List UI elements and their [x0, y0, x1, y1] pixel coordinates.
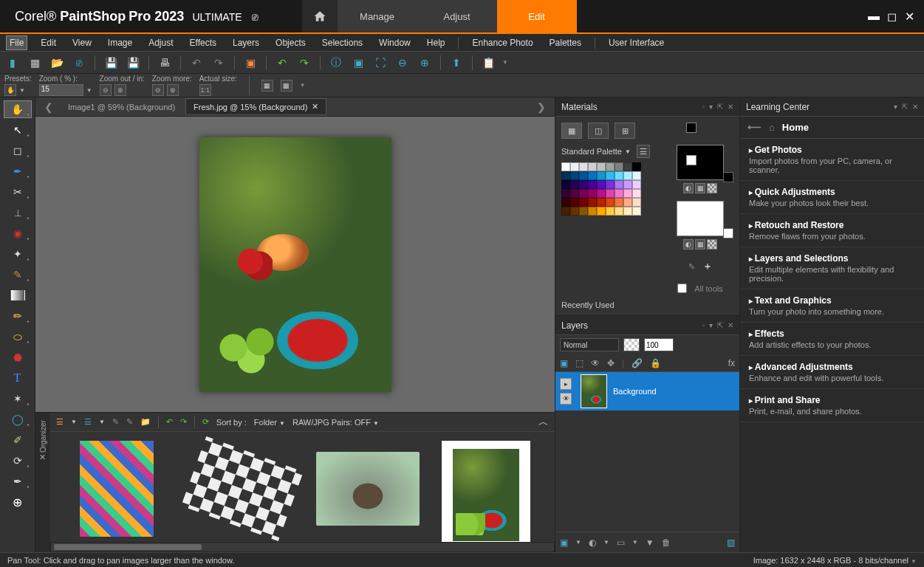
menu-icon[interactable]: ▾: [709, 103, 713, 111]
palette-opts-icon[interactable]: ☰: [637, 145, 650, 158]
color-swatch[interactable]: [579, 198, 588, 207]
canvas[interactable]: [35, 117, 555, 412]
color-swatch[interactable]: [623, 189, 632, 198]
menu-file[interactable]: File: [6, 35, 27, 50]
add-layer-icon[interactable]: ▣: [560, 537, 568, 548]
color-swatch[interactable]: [597, 180, 606, 189]
grid-icon-2[interactable]: ▩: [281, 80, 292, 92]
zoom-in-icon[interactable]: ⊕: [417, 55, 433, 71]
color-swatch[interactable]: [632, 180, 641, 189]
color-swatch[interactable]: [561, 180, 570, 189]
menu-layers[interactable]: Layers: [230, 36, 262, 49]
pin-icon[interactable]: ⇱: [717, 103, 723, 111]
dropdown-icon[interactable]: ▼: [300, 82, 306, 89]
dropdown-icon[interactable]: ▼: [632, 539, 638, 546]
link-icon[interactable]: 🔗: [632, 358, 643, 368]
rev-icon[interactable]: ◐: [683, 239, 694, 250]
fit-window-icon[interactable]: ▣: [350, 55, 366, 71]
thumbnail-4[interactable]: [442, 441, 530, 542]
close-icon[interactable]: ✕: [728, 103, 733, 111]
minimize-button[interactable]: ▬: [868, 10, 880, 22]
color-swatch[interactable]: [623, 162, 632, 171]
trans-icon[interactable]: [707, 239, 717, 250]
dropdown-icon[interactable]: ▼: [71, 419, 77, 425]
pen-tool[interactable]: ✐: [4, 431, 32, 449]
color-swatch[interactable]: [632, 207, 641, 216]
selection-tool[interactable]: ◻▸: [4, 142, 32, 159]
resize-icon[interactable]: ▣: [242, 55, 259, 71]
move-icon[interactable]: ✥: [607, 358, 615, 368]
color-swatch[interactable]: [570, 171, 579, 180]
brush-icon[interactable]: ✎: [112, 417, 119, 427]
menu-selections[interactable]: Selections: [319, 36, 366, 49]
wand-icon[interactable]: ✎: [688, 262, 695, 272]
learning-header[interactable]: Learning Center ▾⇱✕: [740, 97, 924, 117]
close-button[interactable]: ✕: [903, 10, 915, 22]
float-icon[interactable]: ▫: [702, 321, 705, 329]
redo-icon[interactable]: ↷: [180, 417, 187, 427]
pin-icon[interactable]: ⇱: [902, 103, 908, 111]
foreground-swatch[interactable]: [677, 145, 724, 180]
tab-home[interactable]: [302, 0, 338, 32]
upload-icon[interactable]: ⬆: [448, 55, 465, 71]
color-swatch[interactable]: [606, 198, 615, 207]
zoom-in-more-button[interactable]: ⊕: [167, 84, 179, 96]
dropdown-icon[interactable]: ▼: [99, 419, 105, 425]
color-swatch[interactable]: [597, 189, 606, 198]
null-icon[interactable]: ▦: [695, 183, 705, 193]
zoom-input[interactable]: 15: [39, 84, 83, 96]
color-swatch[interactable]: [588, 198, 597, 207]
menu-view[interactable]: View: [69, 36, 95, 49]
redo-green-icon[interactable]: ↷: [296, 55, 312, 71]
color-swatch[interactable]: [597, 162, 606, 171]
learning-section[interactable]: EffectsAdd artistic effects to your phot…: [740, 323, 924, 356]
float-icon[interactable]: ▫: [702, 103, 705, 111]
color-swatch[interactable]: [606, 180, 615, 189]
dropdown-icon[interactable]: ▼: [502, 59, 508, 66]
menu-window[interactable]: Window: [376, 36, 414, 49]
straighten-tool[interactable]: ⟂▸: [4, 204, 32, 221]
color-swatch[interactable]: [570, 207, 579, 216]
undo-green-icon[interactable]: ↶: [274, 55, 290, 71]
info-icon[interactable]: ⓘ: [328, 55, 344, 71]
frame-icon[interactable]: ⊞: [615, 123, 635, 139]
color-swatch[interactable]: [606, 162, 615, 171]
saveas-icon[interactable]: 💾: [125, 55, 141, 71]
print-icon[interactable]: 🖶: [157, 55, 173, 71]
all-tools-checkbox[interactable]: [677, 284, 687, 293]
dropdown-icon[interactable]: ▼: [86, 87, 92, 94]
zoom-out-more-button[interactable]: ⊖: [152, 84, 164, 96]
swatch-view-icon[interactable]: ▦: [561, 123, 582, 139]
color-swatch[interactable]: [632, 198, 641, 207]
mini-bg[interactable]: [686, 155, 697, 165]
effects-icon[interactable]: fx: [728, 358, 735, 368]
rev-icon[interactable]: ◐: [683, 183, 694, 193]
color-swatch[interactable]: [561, 207, 570, 216]
layer-expand-icon[interactable]: ▸: [560, 378, 572, 390]
color-swatch[interactable]: [588, 180, 597, 189]
color-swatch[interactable]: [579, 162, 588, 171]
color-swatch[interactable]: [615, 162, 623, 171]
color-swatch[interactable]: [561, 171, 570, 180]
document-tab-2[interactable]: Fresh.jpg @ 15% (Background)✕: [185, 98, 326, 115]
crop-tool[interactable]: ✂▸: [4, 183, 32, 201]
color-swatch[interactable]: [615, 189, 623, 198]
color-swatch[interactable]: [570, 189, 579, 198]
learning-section[interactable]: Print and SharePrint, e-mail, and share …: [740, 389, 924, 422]
prev-tab-icon[interactable]: ❮: [40, 101, 58, 113]
makeover-tool[interactable]: ✦▸: [4, 245, 32, 263]
zoom-out-icon[interactable]: ⊖: [394, 55, 411, 71]
paint-tool[interactable]: ✏▸: [4, 307, 32, 325]
dropdown-icon[interactable]: ▼: [19, 87, 25, 94]
menu-icon[interactable]: ▾: [709, 321, 713, 329]
menu-icon[interactable]: ▾: [894, 103, 897, 111]
pan-tool[interactable]: ✋▸: [4, 100, 32, 118]
shape-tool[interactable]: ✶▸: [4, 390, 32, 408]
trans-icon[interactable]: [707, 183, 717, 193]
palette-selector[interactable]: Standard Palette ▼ ☰: [561, 145, 660, 158]
color-swatch[interactable]: [606, 171, 615, 180]
color-swatch[interactable]: [597, 171, 606, 180]
dropdown-icon[interactable]: ▼: [911, 558, 917, 565]
open-icon[interactable]: 📂: [49, 55, 65, 71]
blend-mode-select[interactable]: Normal: [560, 338, 619, 351]
